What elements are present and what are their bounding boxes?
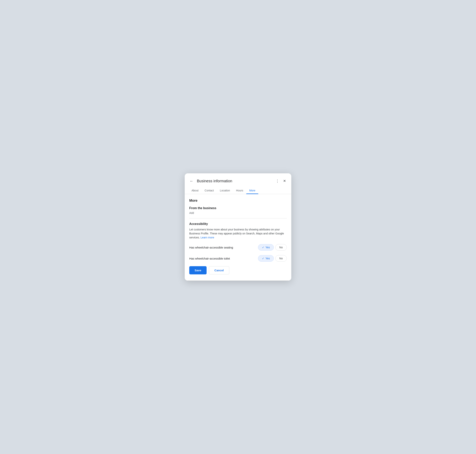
cancel-button[interactable]: Cancel <box>209 266 229 274</box>
toilet-label: Has wheelchair-accessible toilet <box>189 257 230 260</box>
close-button[interactable]: ✕ <box>282 177 287 185</box>
tab-about[interactable]: About <box>189 187 202 194</box>
back-icon: ← <box>190 179 193 183</box>
modal-wrapper: ← Business information ⋮ ✕ About Contact… <box>185 173 291 281</box>
from-business-section: From the business Add <box>189 206 287 214</box>
tab-location[interactable]: Location <box>217 187 233 194</box>
accessibility-description: Let customers know more about your busin… <box>189 227 287 240</box>
modal-footer-divider <box>185 280 291 281</box>
seating-button-group: ✓ Yes No <box>258 244 287 250</box>
seating-yes-check-icon: ✓ <box>262 246 264 249</box>
seating-no-button[interactable]: No <box>275 244 287 250</box>
save-button[interactable]: Save <box>189 266 207 274</box>
modal-content: More From the business Add Accessibility… <box>185 194 291 280</box>
accessibility-section: Accessibility Let customers know more ab… <box>189 222 287 240</box>
seating-no-label: No <box>279 246 283 249</box>
action-buttons: Save Cancel <box>189 266 287 274</box>
from-business-title: From the business <box>189 206 287 210</box>
tab-contact[interactable]: Contact <box>202 187 217 194</box>
back-button[interactable]: ← <box>189 178 195 184</box>
toilet-yes-label: Yes <box>265 257 270 260</box>
toilet-yes-button[interactable]: ✓ Yes <box>258 255 274 262</box>
modal: ← Business information ⋮ ✕ About Contact… <box>185 173 291 281</box>
modal-title: Business information <box>197 179 272 183</box>
header-actions: ⋮ ✕ <box>274 177 287 185</box>
tab-hours[interactable]: Hours <box>233 187 246 194</box>
attribute-row-seating: Has wheelchair-accessible seating ✓ Yes … <box>189 244 287 250</box>
tabs: About Contact Location Hours More <box>189 187 287 194</box>
tab-more[interactable]: More <box>246 187 258 194</box>
close-icon: ✕ <box>283 179 286 183</box>
attribute-row-toilet: Has wheelchair-accessible toilet ✓ Yes N… <box>189 255 287 262</box>
toilet-button-group: ✓ Yes No <box>258 255 287 262</box>
learn-more-link[interactable]: Learn more <box>200 236 214 239</box>
more-options-button[interactable]: ⋮ <box>274 177 281 185</box>
seating-yes-button[interactable]: ✓ Yes <box>258 244 274 250</box>
seating-yes-label: Yes <box>265 246 270 249</box>
seating-label: Has wheelchair-accessible seating <box>189 246 233 249</box>
toilet-yes-check-icon: ✓ <box>262 257 264 260</box>
toilet-no-button[interactable]: No <box>275 255 287 262</box>
section-title-more: More <box>189 199 287 203</box>
add-link[interactable]: Add <box>189 212 287 214</box>
more-vert-icon: ⋮ <box>276 179 279 183</box>
modal-header: ← Business information ⋮ ✕ <box>185 173 291 185</box>
tabs-container: About Contact Location Hours More <box>185 185 291 194</box>
toilet-no-label: No <box>279 257 283 260</box>
accessibility-title: Accessibility <box>189 222 287 226</box>
section-divider <box>189 218 287 219</box>
